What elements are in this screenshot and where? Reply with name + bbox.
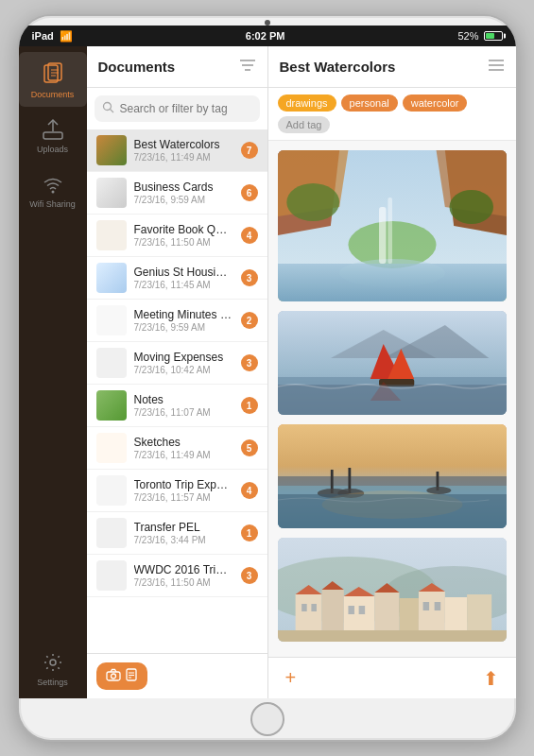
doc-info-bizcard: Business Cards 7/23/16, 9:59 AM (134, 180, 233, 205)
tag-personal[interactable]: personal (341, 94, 398, 112)
doc-date: 7/23/16, 11:49 AM (134, 450, 233, 460)
doc-item-moving[interactable]: Moving Expenses 7/23/16, 10:42 AM 3 (87, 342, 267, 385)
tags-bar: drawings personal watercolor Add tag (268, 88, 516, 141)
svg-rect-62 (399, 598, 418, 632)
svg-rect-33 (278, 264, 507, 301)
doc-date: 7/23/16, 9:59 AM (134, 322, 233, 333)
doc-badge: 7 (241, 142, 258, 159)
doc-item-notes[interactable]: Notes 7/23/16, 11:07 AM 1 (87, 385, 267, 427)
right-panel: Best Watercolors drawings personal water… (268, 46, 516, 698)
doc-badge: 6 (241, 184, 258, 201)
doc-thumb-toronto (96, 475, 127, 506)
doc-item-toronto[interactable]: Toronto Trip Expenses 7/23/16, 11:57 AM … (87, 470, 267, 512)
watercolor-image-4[interactable] (278, 538, 507, 642)
svg-rect-77 (278, 630, 507, 642)
svg-point-30 (286, 183, 339, 221)
doc-item-transfer[interactable]: Transfer PEL 7/23/16, 3:44 PM 1 (87, 512, 267, 555)
doc-badge: 4 (241, 482, 258, 499)
ipad-label: iPad (32, 30, 54, 42)
svg-marker-44 (370, 382, 401, 401)
svg-rect-58 (295, 594, 321, 632)
screen-area: Documents Uploads (19, 46, 516, 698)
doc-item-book-quotes[interactable]: Favorite Book Quotes 7/23/16, 11:50 AM 4 (87, 215, 267, 257)
doc-info-meeting: Meeting Minutes & Whiteb... 7/23/16, 9:5… (134, 308, 233, 333)
svg-point-31 (449, 190, 493, 224)
doc-info-sketches: Sketches 7/23/16, 11:49 AM (134, 436, 233, 460)
doc-date: 7/23/16, 10:42 AM (134, 365, 233, 375)
doc-thumb-watercolor (96, 135, 127, 165)
battery-icon (484, 31, 503, 41)
svg-rect-73 (348, 606, 354, 614)
svg-point-7 (50, 660, 56, 665)
svg-line-12 (110, 110, 113, 113)
home-button[interactable] (250, 702, 284, 736)
doc-item-meeting[interactable]: Meeting Minutes & Whiteb... 7/23/16, 9:5… (87, 300, 267, 342)
home-button-row (250, 698, 284, 740)
svg-point-17 (111, 674, 115, 679)
svg-rect-61 (374, 593, 399, 632)
file-icon (125, 668, 138, 684)
doc-item-business-cards[interactable]: Business Cards 7/23/16, 9:59 AM 6 (87, 172, 267, 215)
doc-date: 7/23/16, 11:50 AM (134, 577, 233, 588)
share-button[interactable]: ⬆ (483, 667, 499, 690)
doc-thumb-book (96, 220, 127, 250)
svg-rect-46 (278, 476, 507, 486)
svg-rect-64 (444, 597, 466, 632)
doc-name: Moving Expenses (134, 351, 233, 364)
doc-name: Favorite Book Quotes (134, 223, 233, 236)
doc-list-panel: Documents (87, 46, 268, 698)
watercolor-image-2[interactable] (278, 311, 507, 415)
doc-badge: 4 (241, 227, 258, 244)
images-grid (268, 141, 516, 657)
svg-point-11 (103, 103, 111, 111)
doc-item-sketches[interactable]: Sketches 7/23/16, 11:49 AM 5 (87, 427, 267, 470)
status-right: 52% (457, 30, 502, 42)
search-icon (102, 100, 114, 117)
doc-panel-title: Documents (98, 59, 176, 75)
doc-item-genius[interactable]: Genius St Housing Project 7/23/16, 11:45… (87, 257, 267, 300)
doc-info-transfer: Transfer PEL 7/23/16, 3:44 PM (134, 521, 233, 545)
doc-date: 7/23/16, 11:57 AM (134, 492, 233, 503)
doc-name: Sketches (134, 436, 233, 449)
doc-thumb-wwdc (96, 560, 127, 591)
filter-icon[interactable] (239, 59, 256, 76)
doc-name: Best Watercolors (134, 138, 233, 151)
doc-panel-header: Documents (87, 46, 267, 88)
sidebar-wifi-label: Wifi Sharing (29, 199, 76, 209)
sidebar-item-settings[interactable]: Settings (19, 640, 87, 698)
tag-drawings[interactable]: drawings (278, 94, 336, 112)
sidebar-item-documents[interactable]: Documents (19, 52, 87, 107)
doc-list: Best Watercolors 7/23/16, 11:49 AM 7 Bus… (87, 129, 267, 653)
camera-button[interactable] (96, 662, 147, 690)
doc-info-genius: Genius St Housing Project 7/23/16, 11:45… (134, 266, 233, 290)
doc-item-best-watercolors[interactable]: Best Watercolors 7/23/16, 11:49 AM 7 (87, 129, 267, 172)
wifi-sharing-icon (38, 171, 68, 198)
svg-point-6 (51, 191, 54, 194)
battery-pct: 52% (457, 30, 478, 42)
svg-rect-74 (358, 606, 365, 614)
watercolor-image-1[interactable] (278, 150, 507, 301)
tag-watercolor[interactable]: watercolor (403, 94, 468, 112)
doc-badge: 1 (241, 397, 258, 414)
search-input[interactable] (120, 102, 262, 115)
sidebar-item-uploads[interactable]: Uploads (19, 107, 87, 162)
doc-info-moving: Moving Expenses 7/23/16, 10:42 AM (134, 351, 233, 375)
svg-point-54 (321, 490, 462, 519)
settings-icon (38, 649, 68, 676)
tag-add-button[interactable]: Add tag (278, 116, 331, 133)
status-bar: iPad 📶 6:02 PM 52% (19, 26, 516, 46)
doc-thumb-moving (96, 348, 127, 378)
add-button[interactable]: + (285, 667, 297, 689)
svg-rect-36 (388, 198, 392, 264)
doc-item-wwdc[interactable]: WWDC 2016 Trip Expenses 7/23/16, 11:50 A… (87, 555, 267, 597)
svg-rect-35 (379, 207, 386, 264)
search-bar (95, 95, 260, 122)
right-panel-menu-icon[interactable] (488, 59, 505, 76)
sidebar-item-wifi[interactable]: Wifi Sharing (19, 162, 87, 216)
svg-rect-5 (43, 132, 62, 139)
svg-rect-75 (422, 602, 429, 610)
doc-badge: 1 (241, 524, 258, 541)
documents-icon (38, 61, 68, 88)
watercolor-image-3[interactable] (278, 424, 507, 528)
battery-fill (486, 33, 494, 39)
